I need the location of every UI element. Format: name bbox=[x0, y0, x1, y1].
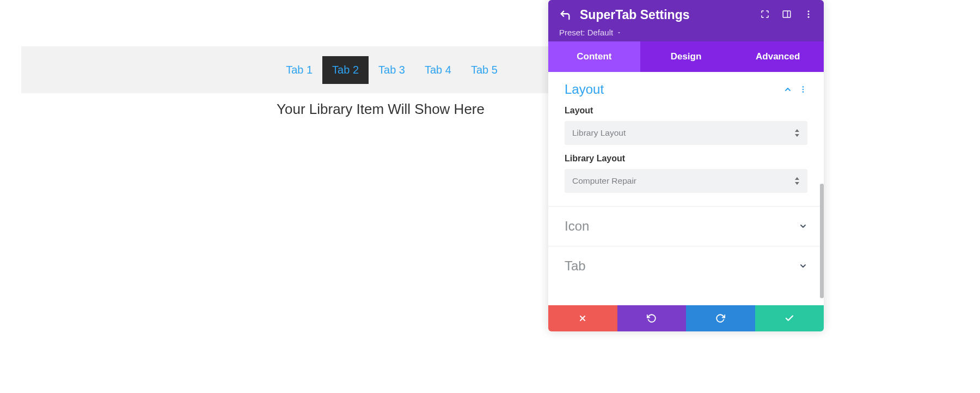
scrollbar[interactable] bbox=[820, 184, 824, 298]
undo-button[interactable] bbox=[617, 305, 687, 331]
layout-select-value: Library Layout bbox=[572, 128, 626, 138]
svg-point-4 bbox=[808, 16, 810, 18]
chevron-up-icon bbox=[783, 85, 792, 94]
section-tab-header[interactable]: Tab bbox=[565, 258, 807, 274]
svg-point-5 bbox=[803, 86, 804, 88]
caret-down-icon bbox=[616, 30, 622, 35]
settings-panel: SuperTab Settings Preset: Default Conten… bbox=[548, 0, 824, 331]
library-layout-field-label: Library Layout bbox=[565, 154, 807, 164]
preview-tabs: Tab 1 Tab 2 Tab 3 Tab 4 Tab 5 bbox=[276, 56, 507, 84]
tab-content[interactable]: Content bbox=[548, 41, 640, 72]
preview-tab-1[interactable]: Tab 1 bbox=[276, 56, 322, 84]
tab-advanced[interactable]: Advanced bbox=[732, 41, 824, 72]
section-layout: Layout Layout Library Layout Library Lay bbox=[548, 72, 824, 207]
panel-footer bbox=[548, 305, 824, 331]
panel-tabs: Content Design Advanced bbox=[548, 41, 824, 72]
tab-design[interactable]: Design bbox=[640, 41, 732, 72]
section-tab-title: Tab bbox=[565, 258, 586, 274]
panel-body: Layout Layout Library Layout Library Lay bbox=[548, 72, 824, 305]
preview-tab-5[interactable]: Tab 5 bbox=[461, 56, 507, 84]
preset-label: Preset: Default bbox=[559, 28, 613, 37]
section-layout-header[interactable]: Layout bbox=[565, 82, 807, 97]
select-arrows-icon bbox=[794, 177, 800, 185]
svg-rect-0 bbox=[783, 11, 791, 17]
kebab-icon[interactable] bbox=[803, 9, 814, 20]
panel-title: SuperTab Settings bbox=[580, 8, 690, 22]
expand-icon[interactable] bbox=[759, 9, 770, 20]
save-button[interactable] bbox=[755, 305, 824, 331]
layout-select[interactable]: Library Layout bbox=[565, 121, 807, 145]
section-icon-header[interactable]: Icon bbox=[565, 219, 807, 234]
select-arrows-icon bbox=[794, 129, 800, 137]
panel-header: SuperTab Settings Preset: Default bbox=[548, 0, 824, 41]
chevron-down-icon bbox=[799, 222, 807, 231]
section-icon: Icon bbox=[548, 207, 824, 246]
section-icon-title: Icon bbox=[565, 219, 589, 234]
svg-point-2 bbox=[808, 10, 810, 12]
preset-selector[interactable]: Preset: Default bbox=[559, 28, 813, 37]
cancel-button[interactable] bbox=[548, 305, 617, 331]
redo-button[interactable] bbox=[686, 305, 755, 331]
preview-tab-4[interactable]: Tab 4 bbox=[415, 56, 461, 84]
section-kebab-icon[interactable] bbox=[799, 85, 807, 94]
back-icon[interactable] bbox=[559, 9, 571, 21]
section-layout-title: Layout bbox=[565, 82, 604, 97]
chevron-down-icon bbox=[799, 262, 807, 270]
library-layout-select[interactable]: Computer Repair bbox=[565, 169, 807, 193]
dock-icon[interactable] bbox=[781, 9, 792, 20]
layout-field-label: Layout bbox=[565, 106, 807, 116]
section-tab: Tab bbox=[548, 246, 824, 286]
preview-tab-3[interactable]: Tab 3 bbox=[369, 56, 415, 84]
library-layout-select-value: Computer Repair bbox=[572, 176, 636, 186]
preview-tab-2[interactable]: Tab 2 bbox=[322, 56, 369, 84]
svg-point-3 bbox=[808, 14, 810, 15]
svg-point-7 bbox=[803, 91, 804, 93]
svg-point-6 bbox=[803, 89, 804, 90]
